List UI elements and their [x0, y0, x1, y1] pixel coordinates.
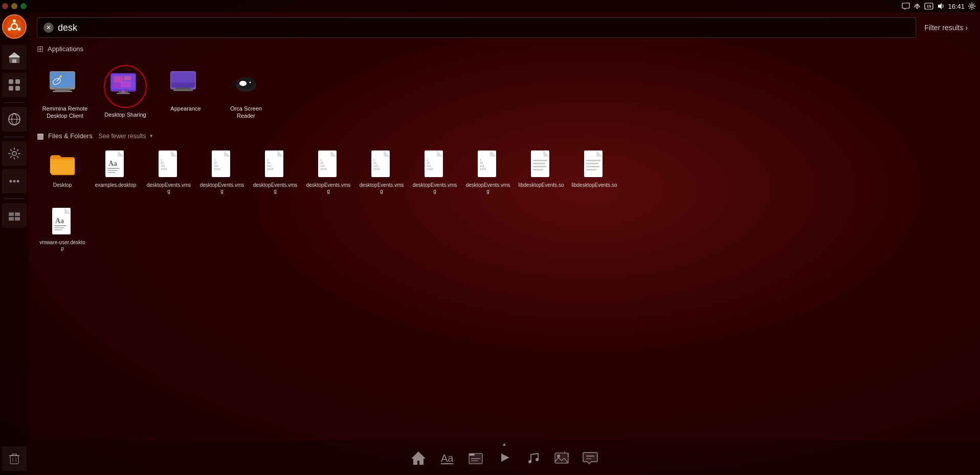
dock-item-photos[interactable]	[553, 449, 570, 466]
app-item-appearance[interactable]: Appearance	[158, 61, 214, 124]
sidebar-item-trash[interactable]	[2, 446, 27, 471]
svg-rect-111	[54, 225, 66, 226]
clear-icon[interactable]: ✕	[43, 23, 54, 33]
clock: 16:41	[948, 3, 965, 10]
applications-grid: Remmina RemoteDesktop Client Desktop	[29, 57, 980, 128]
svg-point-54	[239, 81, 247, 86]
desktopEvents-4-icon: 1 10 101 1010	[315, 147, 342, 180]
desktopEvents-7-icon: 1 10 101 1010	[475, 147, 501, 180]
remmina-label: Remmina RemoteDesktop Client	[42, 105, 88, 120]
app-item-orca[interactable]: Orca Screen Reader	[218, 61, 274, 124]
svg-text:Aa: Aa	[441, 452, 454, 464]
file-item-desktopEvents-2[interactable]: 1 10 101 1010 desktopEvents.vmsg	[196, 144, 248, 198]
app-item-desktop-sharing[interactable]: Desktop Sharing	[97, 61, 153, 124]
svg-rect-12	[12, 59, 16, 63]
file-item-examples-desktop[interactable]: Aa examples.desktop	[90, 144, 141, 198]
svg-marker-121	[501, 454, 509, 462]
volume-tray-icon[interactable]	[937, 2, 945, 10]
file-item-desktopEvents-3[interactable]: 1 10 101 1010 desktopEvents.vmsg	[250, 144, 301, 198]
svg-text:1010: 1010	[373, 167, 380, 170]
file-item-desktopEvents-6[interactable]: 1 10 101 1010 desktopEvents.vmsg	[409, 144, 460, 198]
sidebar-divider-2	[4, 137, 25, 137]
font-doc-icon: Aa	[104, 149, 127, 178]
vmware-user-desktop-icon: Aa	[49, 205, 76, 238]
svg-rect-62	[107, 170, 118, 171]
sidebar-item-browser[interactable]	[2, 107, 27, 132]
desktop-folder-icon	[49, 147, 76, 180]
svg-rect-26	[9, 217, 14, 221]
dock-item-music[interactable]	[525, 449, 541, 466]
svg-rect-108	[586, 169, 596, 170]
desktopEvents-1-icon: 1 10 101 1010	[155, 147, 182, 180]
file-item-libdesktopEvents-2[interactable]: libdesktopEvents.so	[569, 144, 620, 198]
files-grid-row1: Desktop Aa examples.desktop	[29, 142, 980, 200]
svg-rect-49	[171, 72, 195, 82]
filter-results-button[interactable]: Filter results ›	[920, 24, 972, 32]
sidebar-item-apps[interactable]	[2, 73, 27, 97]
dock-item-media[interactable]	[496, 449, 513, 466]
dock-chat-icon	[582, 449, 598, 466]
top-bar: EN 16:41	[0, 0, 980, 12]
desktop-sharing-app-icon	[108, 71, 142, 102]
svg-rect-124	[555, 453, 568, 463]
see-fewer-button[interactable]: See fewer results	[99, 133, 146, 140]
svg-rect-118	[470, 455, 474, 456]
keyboard-tray-icon[interactable]: EN	[924, 3, 933, 10]
dock-item-apps[interactable]: Aa	[439, 449, 455, 466]
system-tray: EN 16:41	[902, 2, 976, 10]
settings-tray-icon[interactable]	[968, 2, 976, 10]
svg-rect-61	[107, 168, 120, 169]
file-item-desktopEvents-7[interactable]: 1 10 101 1010 desktopEvents.vmsg	[462, 144, 514, 198]
svg-text:1010: 1010	[320, 167, 326, 170]
file-item-libdesktopEvents-1[interactable]: libdesktopEvents.so	[516, 144, 567, 198]
svg-point-125	[557, 455, 560, 458]
svg-rect-14	[15, 79, 20, 84]
sidebar-item-home[interactable]	[2, 45, 27, 70]
desktopEvents-2-label: desktopEvents.vmsg	[198, 182, 246, 195]
dock-photos-icon	[553, 449, 570, 466]
dock-arrow: ▲	[502, 441, 507, 447]
dock-item-chat[interactable]	[582, 449, 598, 466]
remmina-icon-wrapper	[47, 65, 83, 102]
desktopEvents-2-icon: 1 10 101 1010	[209, 147, 235, 180]
svg-rect-100	[533, 160, 547, 161]
desktopEvents-6-icon: 1 10 101 1010	[421, 147, 448, 180]
search-bar[interactable]: ✕	[37, 17, 916, 38]
chat-tray-icon[interactable]	[902, 2, 910, 10]
see-fewer-arrow[interactable]: ▾	[150, 133, 153, 139]
orca-app-icon	[229, 66, 263, 101]
file-item-desktopEvents-4[interactable]: 1 10 101 1010 desktopEvents.vmsg	[303, 144, 354, 198]
network-tray-icon[interactable]	[913, 2, 921, 10]
ubuntu-logo[interactable]	[2, 14, 27, 39]
dock-item-files[interactable]	[467, 449, 484, 466]
file-item-desktopEvents-1[interactable]: 1 10 101 1010 desktopEvents.vmsg	[143, 144, 194, 198]
applications-section-header: ⊞ Applications	[29, 38, 980, 57]
svg-text:Aa: Aa	[108, 160, 117, 167]
svg-rect-126	[586, 456, 594, 457]
svg-rect-51	[173, 90, 193, 91]
svg-rect-28	[10, 456, 18, 464]
sidebar-item-workspace[interactable]	[2, 203, 27, 228]
vmware-user-desktop-label: vmware-user.desktop	[39, 240, 86, 252]
app-item-remmina[interactable]: Remmina RemoteDesktop Client	[37, 61, 93, 124]
sidebar-item-more[interactable]	[2, 169, 27, 193]
search-input[interactable]	[58, 23, 909, 33]
main-content: ✕ Filter results › ⊞ Applications	[29, 12, 980, 475]
dock-apps-icon: Aa	[439, 449, 455, 466]
svg-rect-107	[586, 166, 599, 167]
files-grid-row2: Aa vmware-user.desktop	[29, 200, 980, 257]
sidebar-item-settings[interactable]	[2, 141, 27, 166]
svg-rect-63	[107, 172, 116, 173]
svg-rect-33	[55, 89, 70, 91]
file-item-vmware-user-desktop[interactable]: Aa vmware-user.desktop	[37, 202, 88, 255]
dock-home-icon	[410, 449, 427, 466]
svg-point-37	[60, 75, 62, 77]
svg-rect-103	[533, 169, 543, 170]
desktop-folder-label: Desktop	[53, 182, 72, 188]
svg-rect-15	[9, 86, 13, 91]
file-item-desktop-folder[interactable]: Desktop	[37, 144, 88, 198]
svg-rect-120	[471, 460, 478, 461]
file-item-desktopEvents-5[interactable]: 1 10 101 1010 desktopEvents.vmsg	[356, 144, 407, 198]
dock-item-home[interactable]	[410, 449, 427, 466]
files-section-icon	[37, 132, 44, 140]
